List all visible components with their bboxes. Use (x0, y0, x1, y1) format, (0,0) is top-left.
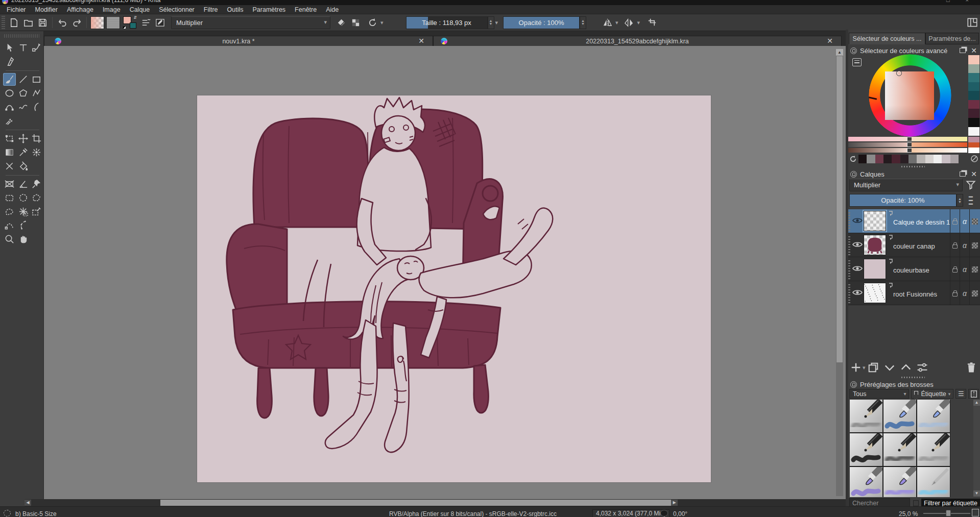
color-swatch[interactable] (858, 155, 867, 163)
lock-docker-icon[interactable] (850, 47, 857, 54)
menu-fenetre[interactable]: Fenêtre (290, 5, 321, 14)
tool-ellipse[interactable] (3, 87, 16, 100)
chevron-down-icon[interactable]: ▾ (380, 19, 384, 26)
color-swatch[interactable] (968, 82, 979, 91)
redo-button[interactable] (70, 16, 83, 29)
close-icon[interactable]: ✕ (971, 46, 977, 55)
brush-preset-2[interactable] (883, 400, 916, 432)
horizontal-scroll-thumb[interactable] (160, 500, 675, 506)
brush-size-slider[interactable]: Taille : 118,93 px (406, 16, 488, 29)
preset-detail-toggle[interactable] (968, 389, 979, 399)
tool-fill[interactable] (17, 160, 30, 173)
chevron-down-icon[interactable]: ▾ (637, 19, 640, 26)
layer-thumbnail[interactable] (864, 235, 886, 255)
horizontal-scroll-track[interactable] (32, 500, 670, 506)
menu-filtre[interactable]: Filtre (199, 5, 223, 14)
close-icon[interactable]: ✕ (971, 170, 977, 178)
gradient-chooser[interactable] (90, 16, 104, 29)
shade-strip[interactable] (848, 142, 967, 147)
move-layer-up-button[interactable] (899, 361, 913, 374)
layer-name[interactable]: couleur canap (893, 242, 935, 250)
new-document-button[interactable] (7, 16, 20, 29)
scroll-up-icon[interactable]: ▲ (836, 49, 843, 56)
color-swatch[interactable] (968, 118, 979, 127)
current-brush-name[interactable]: b) Basic-5 Size (15, 510, 57, 517)
color-swatch[interactable] (968, 64, 979, 73)
layer-row-1[interactable]: Calque de dessin 1α (848, 209, 980, 233)
layer-name[interactable]: couleurbase (893, 266, 929, 274)
tool-freehand-brush[interactable] (3, 73, 16, 86)
layer-lock-toggle[interactable] (950, 281, 960, 305)
color-swatch[interactable] (968, 137, 979, 142)
menu-aide[interactable]: Aide (321, 5, 343, 14)
color-selector-settings-button[interactable] (852, 58, 862, 66)
color-swatch[interactable] (934, 155, 942, 163)
tool-select-contiguous[interactable] (17, 205, 30, 218)
tool-freehand-path[interactable] (17, 101, 30, 113)
no-color-icon[interactable] (970, 155, 978, 163)
tab-nouv1[interactable]: nouv1.kra * ✕ (44, 36, 433, 46)
layer-properties-button[interactable] (916, 361, 929, 374)
tool-gradient[interactable] (3, 146, 16, 159)
saturation-value-square[interactable] (885, 71, 934, 120)
layer-visibility-toggle[interactable] (852, 216, 863, 226)
layer-thumbnail[interactable] (864, 283, 886, 303)
foreground-background-colors[interactable]: ⇵ (123, 16, 137, 29)
edit-brush-settings-button[interactable] (153, 16, 166, 29)
tool-select-shapes[interactable] (3, 41, 16, 54)
undo-button[interactable] (56, 16, 69, 29)
opacity-slider[interactable]: Opacité : 100% (503, 16, 580, 29)
duplicate-layer-button[interactable] (867, 361, 880, 374)
brush-option-slider-icon[interactable] (139, 16, 152, 29)
layer-inherit-alpha-toggle[interactable] (969, 233, 980, 257)
docker-resize-handle[interactable] (901, 377, 925, 378)
vertical-scrollbar[interactable]: ▲ (836, 49, 843, 496)
layer-drag-grip[interactable] (848, 259, 850, 279)
tool-select-ellipse[interactable] (17, 191, 30, 204)
tab-tool-options[interactable]: Paramètres de... (925, 33, 979, 44)
tool-zoom[interactable] (3, 233, 16, 245)
color-swatch[interactable] (875, 155, 883, 163)
shade-strip[interactable] (848, 148, 967, 153)
canvas-only-mode-button[interactable] (972, 509, 979, 516)
menu-modifier[interactable]: Modifier (31, 5, 62, 14)
menu-affichage[interactable]: Affichage (62, 5, 98, 14)
trim-canvas-button[interactable] (645, 16, 658, 29)
layer-visibility-toggle[interactable] (852, 240, 863, 250)
brush-tag-filter-dropdown[interactable]: Tous ▾ (849, 389, 909, 399)
layer-visibility-toggle[interactable] (852, 264, 863, 274)
horizontal-scrollbar[interactable]: ◀ ▶ (25, 499, 846, 506)
visibility-eye-icon[interactable] (852, 240, 863, 249)
layer-row-3[interactable]: couleurbaseα (848, 257, 980, 281)
tool-select-freehand[interactable] (3, 205, 16, 218)
tool-pan[interactable] (17, 233, 30, 245)
color-swatch[interactable] (883, 155, 892, 163)
layer-alpha-lock-toggle[interactable]: α (960, 257, 969, 281)
tool-crop[interactable] (30, 132, 43, 145)
lock-docker-icon[interactable] (850, 171, 857, 178)
brush-preset-8[interactable] (883, 467, 916, 497)
window-controls[interactable]: □ × (946, 0, 976, 3)
scroll-left-icon[interactable]: ◀ (25, 500, 31, 506)
shade-strip[interactable] (848, 137, 967, 141)
layer-row-4[interactable]: root Fusionnésα (848, 281, 980, 305)
scroll-right-icon[interactable]: ▶ (671, 500, 678, 506)
add-layer-button[interactable] (849, 361, 863, 374)
menu-calque[interactable]: Calque (125, 5, 155, 14)
menu-outils[interactable]: Outils (223, 5, 248, 14)
tool-bezier-curve[interactable] (3, 101, 16, 113)
color-swatch[interactable] (867, 155, 875, 163)
chevron-down-icon[interactable]: ▾ (615, 19, 618, 26)
tool-select-magnetic[interactable] (17, 219, 30, 232)
tool-polyline[interactable] (30, 87, 43, 100)
color-swatch[interactable] (968, 142, 979, 148)
color-swatch[interactable] (968, 127, 979, 136)
tool-move[interactable] (17, 132, 30, 145)
move-layer-down-button[interactable] (883, 361, 896, 374)
layer-lock-toggle[interactable] (950, 233, 960, 257)
color-swatch[interactable] (925, 155, 934, 163)
layer-opacity-slider[interactable]: Opacité: 100% (849, 194, 957, 207)
reload-preset-button[interactable] (366, 16, 379, 29)
mirror-horizontal-button[interactable] (601, 16, 614, 29)
brush-preset-9[interactable] (917, 467, 950, 497)
